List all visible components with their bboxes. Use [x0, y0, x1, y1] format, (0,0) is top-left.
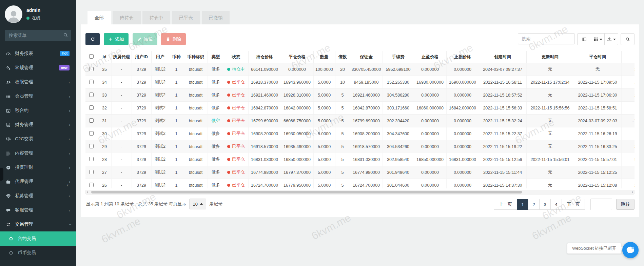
scrollbar-thumb[interactable] — [91, 191, 522, 193]
row-checkbox[interactable] — [89, 105, 94, 110]
row-checkbox[interactable] — [89, 67, 94, 71]
cell-user: 测试2 — [151, 102, 169, 115]
column-header-uid: 用户ID — [132, 51, 151, 63]
sidebar-item-9[interactable]: 代理管理‹ — [0, 175, 76, 189]
cell-coin: 1 — [169, 179, 184, 189]
tab-1[interactable]: 待持仓 — [113, 11, 141, 24]
jump-button[interactable]: 跳转 — [616, 199, 635, 210]
cell-pl: 11 — [621, 166, 635, 179]
cell-coin: 1 — [169, 89, 184, 102]
chevron-left-icon: ‹ — [69, 122, 70, 127]
cell-updated_at: 无 — [526, 115, 574, 127]
column-header-tp_price: 止盈价格 — [414, 51, 446, 63]
refresh-button[interactable] — [85, 33, 100, 45]
table-search-input[interactable] — [518, 33, 575, 44]
sidebar-subitem-0[interactable]: 合约交易 — [0, 231, 76, 246]
page-size-dropdown[interactable]: 10 — [189, 199, 206, 209]
scroll-left-arrow-icon[interactable]: ‹ — [87, 190, 88, 194]
cell-coin: 1 — [169, 127, 184, 140]
cell-created_at: 2022-11-15 16:57:52 — [479, 89, 526, 102]
horizontal-scrollbar[interactable]: ‹ › — [85, 190, 635, 195]
row-checkbox[interactable] — [89, 144, 94, 148]
table-view-button-group — [577, 33, 618, 45]
cell-tp_price: 0.000000 — [414, 63, 446, 76]
trash-icon — [166, 37, 170, 41]
cell-symbol: btcusdt — [184, 76, 208, 89]
cell-leverage: 5 — [335, 153, 350, 166]
delete-button[interactable]: 删除 — [161, 33, 186, 45]
sidebar-item-11[interactable]: 客服管理‹ — [0, 203, 76, 217]
sidebar-item-7[interactable]: 内容管理‹ — [0, 146, 76, 160]
page-number-button-2[interactable]: 2 — [528, 199, 540, 210]
cell-uid: 3729 — [132, 140, 151, 153]
tab-4[interactable]: 已撤销 — [202, 11, 230, 24]
user-status-label: 在线 — [32, 15, 40, 21]
sidebar-search-input[interactable] — [5, 30, 71, 41]
sidebar-item-1[interactable]: 常规管理new — [0, 61, 76, 75]
sidebar-item-12[interactable]: 交易管理‹ — [0, 217, 76, 231]
tab-0[interactable]: 全部 — [87, 11, 111, 25]
sidebar-collapse-arrow[interactable]: ‹ — [67, 182, 69, 188]
sidebar-subitem-1[interactable]: 币币交易 — [0, 246, 76, 260]
database-icon — [5, 122, 12, 127]
sidebar-item-10[interactable]: 私募管理‹ — [0, 189, 76, 203]
chat-button[interactable] — [622, 242, 639, 258]
sidebar-item-5[interactable]: 财务管理‹ — [0, 118, 76, 132]
sidebar-item-label: 权限管理 — [15, 79, 33, 85]
sidebar-item-6[interactable]: C2C交易‹ — [0, 132, 76, 146]
cell-amount: 100.0000 — [313, 63, 335, 76]
edge-handle[interactable] — [0, 168, 3, 181]
edit-button[interactable]: 编辑 — [133, 33, 157, 45]
row-checkbox[interactable] — [89, 80, 94, 84]
page-number-button-1[interactable]: 1 — [517, 199, 528, 210]
row-checkbox[interactable] — [89, 157, 94, 161]
page-number-button-4[interactable]: 4 — [550, 199, 562, 210]
row-checkbox[interactable] — [89, 170, 94, 174]
columns-button[interactable] — [591, 33, 605, 45]
row-checkbox[interactable] — [89, 118, 94, 123]
sidebar-item-3[interactable]: 会员管理‹ — [0, 89, 76, 103]
page-number-button-3[interactable]: 3 — [539, 199, 551, 210]
tab-2[interactable]: 持仓中 — [142, 11, 171, 24]
cell-open_price: 16774.980000 — [248, 166, 281, 179]
cell-status: 已平仓 — [224, 115, 248, 127]
sidebar-item-4[interactable]: 秒合约‹ — [0, 103, 76, 118]
cell-amount: 5.0000 — [313, 140, 335, 153]
row-checkbox[interactable] — [89, 131, 94, 136]
sidebar-item-8[interactable]: 投资理财‹ — [0, 160, 76, 175]
users-icon — [5, 80, 12, 85]
user-status: 在线 — [26, 15, 40, 21]
chevron-left-icon: ‹ — [69, 137, 70, 142]
row-checkbox[interactable] — [89, 93, 94, 97]
prev-page-button[interactable]: 上一页 — [494, 199, 517, 210]
cell-close_price: 16926.310000 — [281, 89, 313, 102]
cell-sl_price: 16842.000000 — [446, 102, 479, 115]
toggle-view-button[interactable] — [577, 33, 591, 45]
next-page-button[interactable]: 下一页 — [562, 199, 585, 210]
sidebar-item-2[interactable]: 权限管理‹ — [0, 75, 76, 89]
chevron-left-icon: ‹ — [69, 151, 70, 156]
tab-3[interactable]: 已平仓 — [172, 11, 200, 24]
advanced-search-button[interactable] — [621, 33, 635, 45]
cell-user: 测试2 — [151, 63, 169, 76]
search-icon[interactable] — [63, 33, 68, 38]
add-button[interactable]: 添加 — [104, 33, 129, 45]
export-button[interactable] — [604, 33, 618, 45]
sidebar-item-label: 内容管理 — [15, 150, 33, 156]
cell-amount: 5.0000 — [313, 166, 335, 179]
scroll-right-arrow-icon[interactable]: › — [632, 190, 633, 194]
row-checkbox[interactable] — [89, 183, 94, 187]
column-header-user: 用户 — [151, 51, 169, 63]
delete-button-label: 删除 — [172, 36, 181, 42]
table-row: 34-3729测试21btcusdt做多已平仓16918.37000016943… — [85, 76, 635, 89]
cell-symbol: btcusdt — [184, 127, 208, 140]
jump-page-input[interactable] — [590, 199, 612, 210]
sidebar-item-0[interactable]: 财务报表hot — [0, 46, 76, 61]
cell-updated_at: 2022-11-15 15:56:56 — [526, 102, 574, 115]
cell-status: 持仓中 — [224, 63, 248, 76]
select-all-checkbox[interactable] — [89, 54, 94, 59]
column-header-closed_at: 平仓时间 — [574, 51, 621, 63]
cell-agent: - — [111, 127, 132, 140]
user-panel: admin 在线 — [0, 0, 76, 27]
caret-down-icon — [613, 38, 616, 40]
